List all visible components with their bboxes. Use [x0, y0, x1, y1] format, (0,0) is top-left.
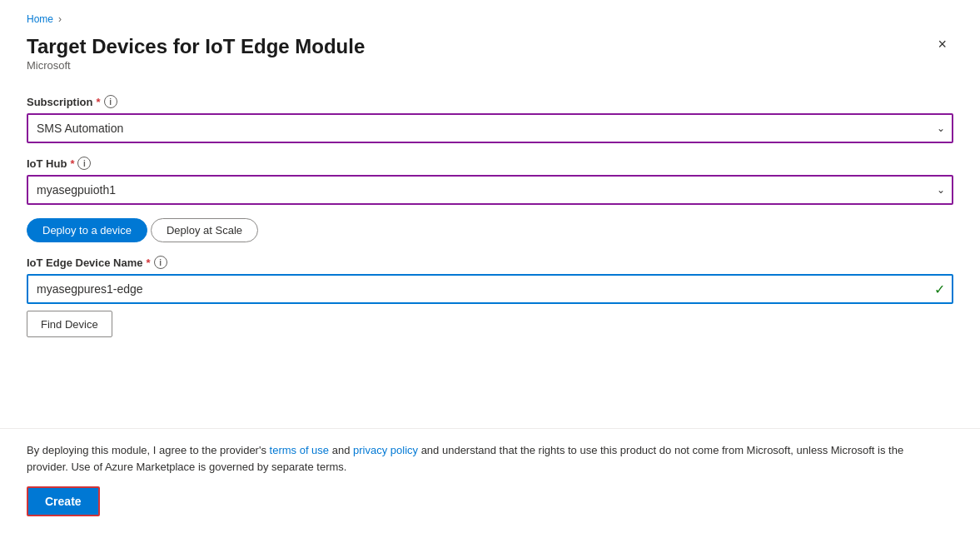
iothub-group: IoT Hub * i myasegpuioth1 ⌄	[27, 157, 953, 205]
subscription-group: Subscription * i SMS Automation ⌄	[27, 95, 953, 143]
footer: By deploying this module, I agree to the…	[0, 429, 980, 533]
subscription-select[interactable]: SMS Automation	[27, 113, 953, 143]
subscription-select-wrapper: SMS Automation ⌄	[27, 113, 953, 143]
page-container: Home › Target Devices for IoT Edge Modul…	[0, 0, 980, 533]
deploy-to-device-button[interactable]: Deploy to a device	[27, 218, 147, 242]
page-subtitle: Microsoft	[27, 59, 365, 72]
subscription-required: *	[96, 96, 100, 108]
subscription-info-icon[interactable]: i	[104, 95, 117, 108]
page-header: Target Devices for IoT Edge Module Micro…	[27, 33, 953, 92]
breadcrumb-home[interactable]: Home	[27, 13, 53, 25]
device-name-required: *	[146, 257, 150, 269]
deploy-at-scale-button[interactable]: Deploy at Scale	[151, 218, 258, 242]
deploy-toggle-group: Deploy to a device Deploy at Scale	[27, 218, 953, 242]
device-name-label: IoT Edge Device Name * i	[27, 256, 953, 269]
footer-text-and: and	[329, 444, 353, 456]
create-button[interactable]: Create	[27, 486, 100, 516]
iothub-label: IoT Hub * i	[27, 157, 953, 170]
iothub-select[interactable]: myasegpuioth1	[27, 175, 953, 205]
iothub-select-wrapper: myasegpuioth1 ⌄	[27, 175, 953, 205]
title-block: Target Devices for IoT Edge Module Micro…	[27, 33, 365, 92]
check-icon: ✓	[934, 281, 945, 297]
main-content: Home › Target Devices for IoT Edge Modul…	[0, 0, 980, 428]
privacy-policy-link[interactable]: privacy policy	[353, 444, 418, 456]
close-button[interactable]: ×	[931, 33, 953, 55]
page-title: Target Devices for IoT Edge Module	[27, 33, 365, 59]
breadcrumb: Home ›	[27, 13, 953, 25]
terms-of-use-link[interactable]: terms of use	[270, 444, 330, 456]
subscription-label: Subscription * i	[27, 95, 953, 108]
footer-text: By deploying this module, I agree to the…	[27, 442, 926, 475]
iothub-info-icon[interactable]: i	[77, 157, 91, 170]
device-name-input-wrapper: ✓	[27, 274, 953, 304]
footer-text-before: By deploying this module, I agree to the…	[27, 444, 270, 456]
device-name-info-icon[interactable]: i	[154, 256, 167, 269]
iothub-required: *	[70, 157, 74, 170]
find-device-button[interactable]: Find Device	[27, 311, 112, 337]
device-name-group: IoT Edge Device Name * i ✓ Find Device	[27, 256, 953, 337]
device-name-input[interactable]	[27, 274, 953, 304]
breadcrumb-separator: ›	[58, 13, 62, 25]
